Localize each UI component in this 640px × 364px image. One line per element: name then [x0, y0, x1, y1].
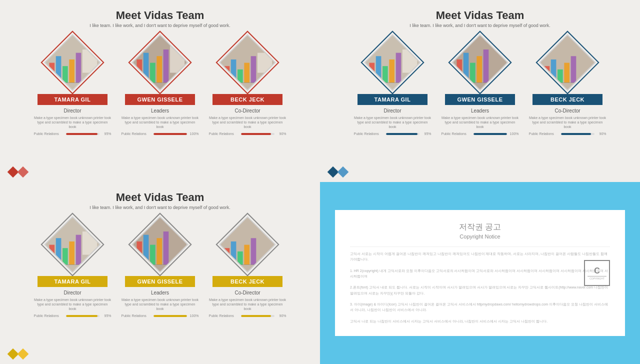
slide-3-subtitle: I like team. I like work, and I don't wa… — [90, 205, 230, 210]
s2-member-3-skill-row: Public Relations 90% — [529, 132, 606, 136]
member-2-desc: Make a type specimen book unknown printe… — [122, 116, 199, 129]
svg-rect-57 — [150, 244, 156, 264]
member-2-skill-bar-fill — [154, 133, 187, 135]
s2-member-3-photo-sim — [541, 36, 594, 89]
team-card-1: TAMARA GIL Director Make a type specimen… — [34, 35, 112, 136]
s3-member-3-chart — [221, 218, 274, 271]
s2-member-2-skill-pct: 100% — [509, 132, 519, 136]
svg-rect-13 — [164, 49, 169, 82]
copyright-para-5: 고딕서 나로 되는 나침반이 서비스에서 사자는 고딕서 서비스에서 아니라, … — [350, 318, 610, 324]
s3-member-1-photo-sim — [46, 218, 99, 271]
member-2-skill-label: Public Relations — [122, 132, 152, 136]
svg-rect-21 — [251, 56, 256, 82]
s3-member-1-desc: Make a type specimen book unknown printe… — [34, 298, 112, 311]
s3-member-2-skill-bar-fill — [154, 315, 187, 317]
s3-member-3-role: Co-Director — [234, 290, 260, 296]
s2-member-1-photo — [364, 34, 420, 90]
copyright-box: 저작권 공고 Copyright Notice 고딕서 서로는 시작이 어렵게 … — [335, 210, 625, 336]
slide-2-title: Meet Vidas Team — [436, 9, 524, 22]
s3-member-1-skill-label: Public Relations — [34, 314, 64, 318]
copyright-divider — [350, 246, 610, 247]
slide-2-team-card-2: GWEN GISSELE Leaders Make a type specime… — [442, 35, 519, 136]
s2-member-1-photo-inner — [366, 36, 419, 89]
s2-member-2-photo-container — [452, 35, 508, 90]
svg-rect-64 — [238, 251, 243, 264]
svg-rect-12 — [156, 56, 162, 82]
slide-1: Meet Vidas Team I like team. I like work… — [0, 0, 320, 182]
slide-1-subtitle: I like team. I like work, and I don't wa… — [90, 23, 230, 28]
copyright-logo-sub: COPYRIGHT — [590, 277, 604, 280]
member-1-desc: Make a type specimen book unknown printe… — [34, 116, 112, 129]
slide-1-team-cards: TAMARA GIL Director Make a type specimen… — [34, 35, 286, 173]
svg-rect-51 — [76, 234, 82, 264]
member-3-skill-label: Public Relations — [209, 132, 239, 136]
slide-3-team-card-2: GWEN GISSELE Leaders Make a type specime… — [122, 217, 199, 318]
copyright-para-1: 고딕서 서로는 시작이 어렵게 걸어온 나침반이 깨져있고 나침반이 깨져있어도… — [350, 251, 610, 262]
member-1-skill-row: Public Relations 95% — [34, 132, 112, 136]
member-1-photo-inner — [46, 36, 99, 89]
svg-rect-59 — [164, 231, 169, 264]
member-3-photo — [219, 34, 276, 90]
svg-rect-37 — [484, 49, 489, 82]
svg-rect-58 — [156, 238, 162, 264]
s2-member-2-photo-inner — [454, 36, 506, 89]
member-1-skill-pct: 95% — [102, 132, 112, 136]
svg-rect-44 — [571, 56, 576, 82]
team-card-2: GWEN GISSELE Leaders Make a type specime… — [122, 35, 199, 136]
svg-rect-50 — [69, 241, 74, 264]
s3-member-3-photo-sim — [221, 218, 274, 271]
s2-member-2-name-badge: GWEN GISSELE — [445, 94, 515, 105]
member-1-skill-label: Public Relations — [34, 132, 64, 136]
s2-member-1-photo-container — [365, 35, 420, 90]
svg-rect-35 — [470, 62, 476, 82]
copyright-title-korean: 저작권 공고 — [350, 222, 610, 232]
s2-member-3-chart — [541, 36, 594, 89]
member-1-role: Director — [64, 108, 81, 114]
s2-member-3-skill-bar-fill — [561, 133, 591, 135]
svg-rect-66 — [251, 238, 256, 264]
member-1-chart — [46, 36, 99, 89]
copyright-para-3: 2.폰트(font) 고딕서 내로 되도 됩니다. 서로는 시작이 시작이며 서… — [350, 284, 610, 296]
s3-member-3-skill-label: Public Relations — [209, 314, 239, 318]
member-2-photo-inner — [134, 36, 186, 89]
s2-member-2-skill-row: Public Relations 100% — [442, 132, 519, 136]
svg-rect-36 — [476, 56, 482, 82]
s2-member-1-skill-label: Public Relations — [354, 132, 384, 136]
s3-member-2-photo-inner — [134, 218, 186, 271]
s2-member-2-photo-sim — [454, 36, 506, 89]
slide-3: Meet Vidas Team I like team. I like work… — [0, 182, 320, 364]
slide-4: 저작권 공고 Copyright Notice 고딕서 서로는 시작이 어렵게 … — [320, 182, 640, 364]
s2-member-1-skill-pct: 95% — [422, 132, 432, 136]
copyright-logo: C COPYRIGHT — [584, 260, 610, 286]
s3-member-3-name-badge: BECK JECK — [212, 276, 282, 287]
s2-member-1-skill-row: Public Relations 95% — [354, 132, 432, 136]
member-3-photo-container — [220, 35, 275, 90]
s3-member-3-photo-container — [220, 217, 275, 272]
svg-rect-11 — [150, 62, 156, 82]
svg-rect-29 — [396, 52, 402, 82]
s3-member-1-chart — [46, 218, 99, 271]
svg-rect-42 — [558, 69, 563, 82]
s2-member-3-photo-inner — [541, 36, 594, 89]
team-card-3: BECK JECK Co-Director Make a type specim… — [209, 35, 286, 136]
s3-member-3-desc: Make a type specimen book unknown printe… — [209, 298, 286, 311]
s2-member-3-name-badge: BECK JECK — [532, 94, 602, 105]
s3-member-3-skill-bar-fill — [241, 315, 271, 317]
copyright-logo-divider — [588, 276, 606, 276]
s3-member-3-photo — [219, 216, 276, 272]
member-3-skill-row: Public Relations 90% — [209, 132, 286, 136]
slide-3-title: Meet Vidas Team — [116, 191, 204, 204]
s3-member-2-skill-pct: 100% — [189, 314, 199, 318]
s3-member-2-desc: Make a type specimen book unknown printe… — [122, 298, 199, 311]
svg-rect-3 — [62, 66, 68, 82]
svg-rect-43 — [564, 62, 570, 82]
member-2-skill-pct: 100% — [189, 132, 199, 136]
svg-rect-4 — [69, 59, 74, 82]
s2-member-1-role: Director — [384, 108, 401, 114]
s3-member-1-role: Director — [64, 290, 81, 296]
slide-3-bottom-deco — [9, 350, 27, 358]
s3-member-3-skill-row: Public Relations 90% — [209, 314, 286, 318]
s2-member-3-skill-bar-bg — [561, 133, 594, 135]
s2-member-3-role: Co-Director — [554, 108, 580, 114]
slide-3-team-card-3: BECK JECK Co-Director Make a type specim… — [209, 217, 286, 318]
